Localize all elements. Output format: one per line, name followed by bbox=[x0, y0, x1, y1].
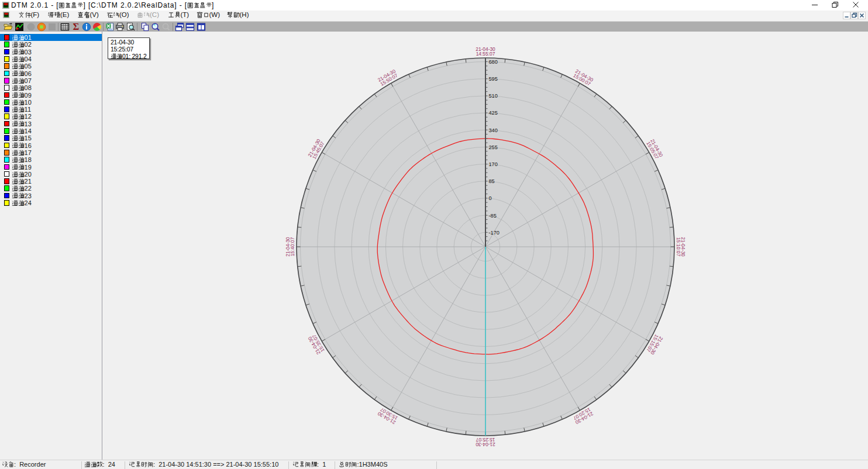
svg-text:510: 510 bbox=[489, 93, 498, 99]
svg-text:-170: -170 bbox=[489, 230, 500, 236]
svg-text:680: 680 bbox=[489, 59, 498, 65]
svg-text:14:55:07: 14:55:07 bbox=[476, 51, 495, 57]
svg-text:15:25:07: 15:25:07 bbox=[476, 437, 495, 443]
svg-text:170: 170 bbox=[489, 161, 498, 167]
svg-text:85: 85 bbox=[489, 178, 495, 184]
svg-text:595: 595 bbox=[489, 76, 498, 82]
svg-text:-85: -85 bbox=[489, 213, 497, 219]
svg-text:425: 425 bbox=[489, 110, 498, 116]
svg-text:340: 340 bbox=[489, 127, 498, 133]
svg-text:0: 0 bbox=[489, 195, 492, 201]
svg-text:15:10:07: 15:10:07 bbox=[676, 237, 681, 257]
svg-text:Σ: Σ bbox=[73, 22, 79, 32]
svg-text:255: 255 bbox=[489, 144, 498, 150]
svg-text:15:40:07: 15:40:07 bbox=[290, 237, 295, 256]
